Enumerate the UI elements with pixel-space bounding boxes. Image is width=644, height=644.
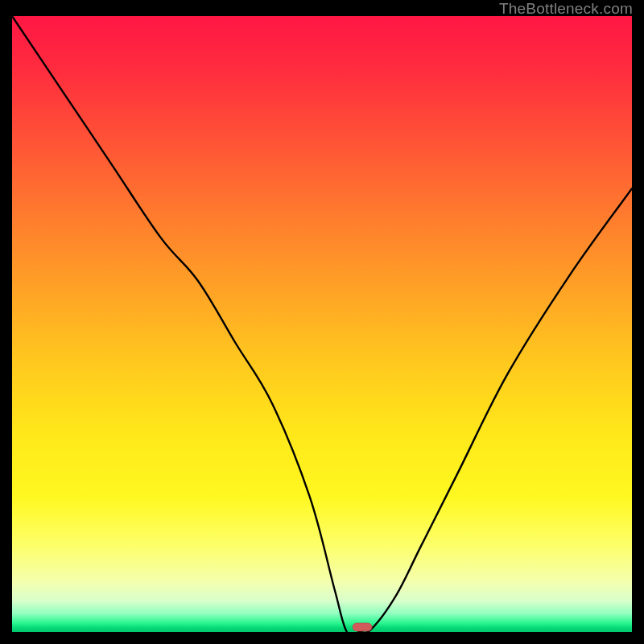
optimum-marker: [353, 623, 372, 631]
chart-frame: TheBottleneck.com: [0, 0, 644, 644]
plot-area: [12, 16, 632, 632]
watermark-text: TheBottleneck.com: [499, 0, 633, 18]
bottleneck-curve: [12, 16, 632, 632]
curve-layer: [12, 16, 632, 632]
